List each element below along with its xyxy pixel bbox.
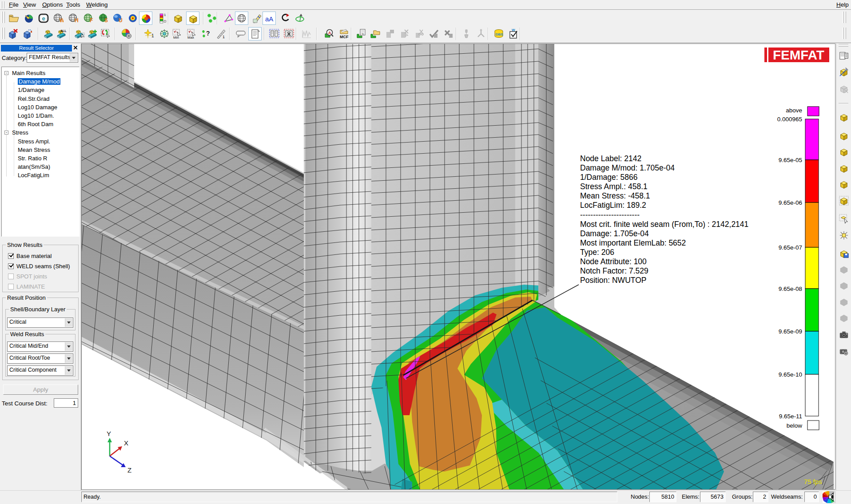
svg-text:Damage M/mod: 1.705e-04: Damage M/mod: 1.705e-04 <box>580 163 675 172</box>
svg-text:9.65e-05: 9.65e-05 <box>779 157 802 163</box>
svg-text:9.65e-06: 9.65e-06 <box>779 199 802 206</box>
svg-text:X: X <box>124 439 128 447</box>
svg-text:9.65e-09: 9.65e-09 <box>779 328 802 335</box>
svg-text:FEMFAT: FEMFAT <box>773 48 824 62</box>
svg-text:Node Attribute: 100: Node Attribute: 100 <box>580 257 647 266</box>
svg-text:9.65e-08: 9.65e-08 <box>779 286 802 292</box>
svg-text:0.000965: 0.000965 <box>777 116 802 123</box>
svg-text:above: above <box>786 107 802 114</box>
svg-text:9.65e-10: 9.65e-10 <box>779 371 802 378</box>
svg-text:1/Damage: 5866: 1/Damage: 5866 <box>580 173 637 182</box>
svg-text:Most crit. finite weld seam (F: Most crit. finite weld seam (From,To) : … <box>580 220 748 229</box>
svg-text:9.65e-11: 9.65e-11 <box>779 413 802 420</box>
svg-text:9.65e-07: 9.65e-07 <box>779 244 802 251</box>
svg-text:below: below <box>787 422 803 429</box>
svg-text:Stress Ampl.: 458.1: Stress Ampl.: 458.1 <box>580 182 648 191</box>
svg-text:75 fps: 75 fps <box>804 478 822 485</box>
svg-text:LocFatigLim: 189.2: LocFatigLim: 189.2 <box>580 201 646 210</box>
svg-text:Mean Stress: -458.1: Mean Stress: -458.1 <box>580 191 650 200</box>
svg-text:Most important ElemLab: 5652: Most important ElemLab: 5652 <box>580 238 686 247</box>
svg-text:Node Label: 2142: Node Label: 2142 <box>580 154 641 163</box>
svg-text:-----------------------: ----------------------- <box>580 210 640 219</box>
svg-text:Z: Z <box>127 466 131 474</box>
svg-text:Y: Y <box>107 430 111 437</box>
svg-text:Damage: 1.705e-04: Damage: 1.705e-04 <box>580 229 649 238</box>
svg-text:Notch Factor: 7.529: Notch Factor: 7.529 <box>580 266 648 275</box>
svg-text:Type: 206: Type: 206 <box>580 248 614 257</box>
svg-text:Position: NWUTOP: Position: NWUTOP <box>580 276 646 285</box>
